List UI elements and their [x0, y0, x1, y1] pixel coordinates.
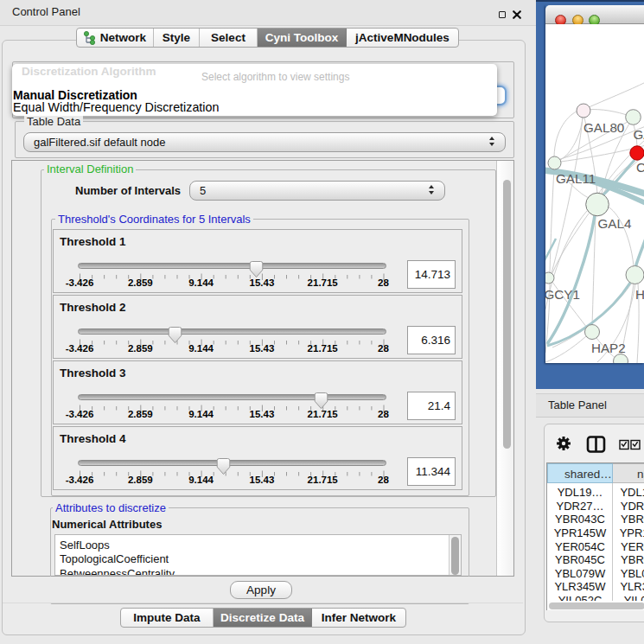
svg-text:H: H — [635, 287, 644, 302]
svg-text:GA: GA — [634, 127, 644, 142]
svg-text:HAP2: HAP2 — [591, 341, 626, 355]
svg-text:GAL11: GAL11 — [556, 171, 596, 186]
svg-text:GAL80: GAL80 — [583, 120, 624, 135]
svg-text:GCY1: GCY1 — [545, 287, 580, 302]
svg-text:C: C — [636, 160, 644, 175]
svg-text:GAL4: GAL4 — [598, 216, 632, 231]
